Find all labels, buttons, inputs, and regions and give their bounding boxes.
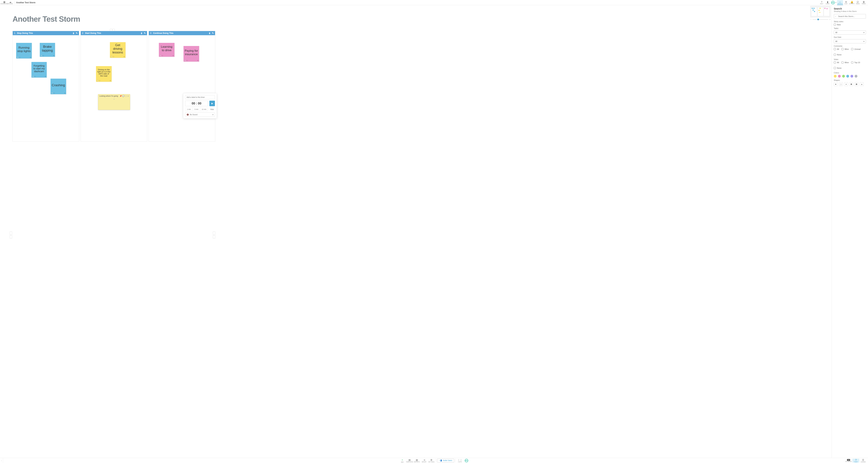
nav-activity[interactable]: 🔔Activity bbox=[849, 0, 855, 5]
filter-vote-mine[interactable]: Mine bbox=[841, 61, 849, 64]
sticky-note[interactable]: Paying for insurance 💬▢⊘ bbox=[184, 46, 199, 62]
preset-1min[interactable]: 1 min bbox=[185, 108, 192, 111]
approve-icon[interactable]: ⊘ bbox=[64, 92, 65, 94]
filter-vote-none[interactable]: None bbox=[834, 67, 841, 69]
comment-icon[interactable]: 💬 bbox=[17, 57, 19, 58]
add-column-top[interactable]: + bbox=[110, 29, 115, 31]
approve-icon[interactable]: ⊘ bbox=[110, 80, 111, 81]
filter-vote-all[interactable]: All bbox=[834, 61, 839, 64]
column-header[interactable]: 3 Continue Doing This ▮ ✎ bbox=[149, 31, 215, 35]
color-swatch[interactable] bbox=[838, 75, 841, 77]
comment-icon[interactable]: 💬 bbox=[122, 95, 124, 97]
pin-icon[interactable]: 📌 bbox=[120, 95, 122, 97]
timer-play-button[interactable]: ▶ bbox=[209, 101, 215, 106]
comment-icon[interactable]: 💬 bbox=[40, 55, 42, 56]
column-header[interactable]: 1 Stop Doing This ▮ ✎ bbox=[13, 31, 79, 35]
scroll-left[interactable]: + bbox=[10, 232, 12, 238]
color-swatch[interactable] bbox=[842, 75, 845, 77]
sticky-note[interactable]: Learning to drive 💬▢⊘ bbox=[159, 43, 175, 57]
column-body[interactable]: Get driving lessons 💬▢⊘Driving on the ri… bbox=[81, 35, 147, 141]
comment-icon[interactable]: 💬 bbox=[51, 92, 53, 94]
task-icon[interactable]: ▢ bbox=[99, 80, 100, 81]
shape-filter[interactable]: ■ bbox=[834, 82, 838, 86]
note-body[interactable]: + bbox=[98, 98, 130, 108]
column-header[interactable]: 2 Start Doing This ▮ ✎ bbox=[81, 31, 147, 35]
shape-filter[interactable]: ⬣ bbox=[855, 82, 859, 86]
nav-tasks[interactable]: ☑Tasks bbox=[855, 0, 861, 5]
edit-icon[interactable]: ✎ bbox=[76, 32, 78, 34]
invite-button[interactable]: +👤Invite Users bbox=[437, 459, 454, 462]
task-icon[interactable]: ▢ bbox=[54, 92, 55, 94]
edit-icon[interactable]: ✎ bbox=[212, 32, 214, 34]
sticky-note[interactable]: Brake tapping 💬▢⊘ bbox=[40, 43, 55, 57]
sticky-note[interactable]: Forgetting to start my dashcam 💬▢⊘ bbox=[31, 62, 47, 77]
sticky-note[interactable]: Running stop lights 💬▢⊘ bbox=[16, 43, 32, 59]
task-icon[interactable]: ▢ bbox=[125, 95, 127, 97]
comment-icon[interactable]: 💬 bbox=[184, 60, 186, 61]
sticky-note-editing[interactable]: Looking where I'm going 📌💬▢⊘ + bbox=[98, 94, 130, 110]
filter-new[interactable]: New bbox=[834, 24, 866, 26]
filter-comment-unread[interactable]: Unread bbox=[851, 48, 861, 50]
tasks-select[interactable]: All▾ bbox=[834, 30, 866, 35]
approve-icon[interactable]: ⊘ bbox=[127, 95, 129, 97]
shape-filter[interactable]: ▢ bbox=[839, 82, 843, 86]
edit-icon[interactable]: ✎ bbox=[144, 32, 146, 34]
scroll-right[interactable]: + bbox=[213, 232, 215, 238]
search-input[interactable] bbox=[834, 14, 866, 19]
approve-icon[interactable]: ⊘ bbox=[124, 56, 125, 58]
nav-search[interactable]: ⌕Search bbox=[837, 0, 843, 5]
progress[interactable]: ⋮⋮1 of 5 bbox=[456, 459, 463, 462]
shape-filter[interactable]: ⬢ bbox=[849, 82, 853, 86]
task-icon[interactable]: ▢ bbox=[19, 57, 21, 58]
canvas[interactable]: + Another Test Storm 1 Stop Doing This ▮… bbox=[0, 5, 832, 458]
bookmark-icon[interactable]: ▮ bbox=[209, 32, 210, 34]
bt-settings[interactable]: ⚙Settings bbox=[428, 459, 435, 462]
approve-icon[interactable]: ⊘ bbox=[197, 60, 198, 61]
zoom-out-icon[interactable]: − bbox=[810, 19, 811, 21]
filter-comment-mine[interactable]: Mine bbox=[841, 48, 849, 50]
task-icon[interactable]: ▢ bbox=[34, 76, 36, 77]
bt-import[interactable]: ⇥Import bbox=[421, 459, 428, 462]
column-body[interactable]: Running stop lights 💬▢⊘Brake tapping 💬▢⊘… bbox=[13, 35, 79, 141]
zoom-in-icon[interactable]: + bbox=[830, 19, 831, 21]
timer-sound-select[interactable]: 🔇No Sound ▾ bbox=[185, 112, 215, 117]
bt-reports[interactable]: ▥Reports bbox=[413, 459, 420, 462]
nav-storms[interactable]: ☁Storms bbox=[7, 0, 13, 5]
approve-icon[interactable]: ⊘ bbox=[30, 57, 31, 58]
approve-icon[interactable]: ⊘ bbox=[45, 76, 46, 77]
timer-toggle[interactable]: ⏱Timer bbox=[852, 459, 859, 462]
bt-templates[interactable]: ▤Templates bbox=[406, 459, 413, 462]
comment-icon[interactable]: 💬 bbox=[97, 80, 98, 81]
nav-chat[interactable]: ✉Chat bbox=[843, 0, 849, 5]
nav-trash[interactable]: 🗑Trash bbox=[861, 0, 867, 5]
legend-toggle[interactable]: ☰Legend bbox=[860, 459, 867, 462]
bookmark-icon[interactable]: ▮ bbox=[73, 32, 74, 34]
avatar[interactable]: HG bbox=[465, 459, 468, 462]
nav-help[interactable]: ?Help bbox=[819, 0, 825, 5]
preset-10min[interactable]: 10 min bbox=[200, 108, 208, 111]
nav-guide[interactable]: ▮Guide bbox=[825, 0, 831, 5]
task-icon[interactable]: ▢ bbox=[113, 56, 114, 58]
sticky-note[interactable]: Driving on the right (or is it the left?… bbox=[96, 66, 112, 82]
task-icon[interactable]: ▢ bbox=[43, 55, 44, 56]
bt-add[interactable]: ＋Add bbox=[399, 458, 406, 463]
column-body[interactable]: Learning to drive 💬▢⊘Paying for insuranc… bbox=[149, 35, 215, 141]
approve-icon[interactable]: ⊘ bbox=[173, 55, 174, 56]
comment-icon[interactable]: 💬 bbox=[32, 76, 34, 77]
sticky-note[interactable]: Get driving lessons 💬▢⊘ bbox=[110, 42, 125, 58]
shape-filter[interactable]: ● bbox=[844, 82, 848, 86]
my-votes[interactable]: 10My Votes bbox=[845, 459, 852, 462]
color-swatch[interactable] bbox=[846, 75, 849, 77]
task-icon[interactable]: ▢ bbox=[162, 55, 163, 56]
timer-label-input[interactable] bbox=[185, 95, 215, 99]
filter-vote-top-10[interactable]: Top 10 bbox=[851, 61, 860, 64]
shape-filter[interactable]: ▲ bbox=[860, 82, 864, 86]
expand-toggle[interactable]: › bbox=[0, 458, 3, 463]
due-select[interactable]: All▾ bbox=[834, 39, 866, 43]
comment-icon[interactable]: 💬 bbox=[111, 56, 112, 58]
filter-comment-none[interactable]: None bbox=[834, 54, 841, 56]
color-swatch[interactable] bbox=[855, 75, 858, 77]
comment-icon[interactable]: 💬 bbox=[159, 55, 161, 56]
task-icon[interactable]: ▢ bbox=[186, 60, 188, 61]
sticky-note[interactable]: Crashing 💬▢⊘ bbox=[51, 78, 66, 94]
